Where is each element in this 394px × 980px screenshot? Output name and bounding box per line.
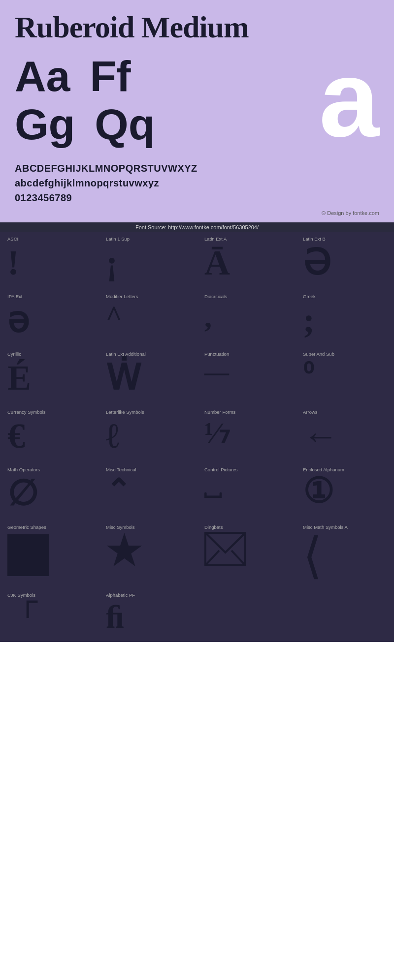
letter-pair-gg: Gg [15,103,95,146]
char-cell-controlpic: Control Pictures ⎵ [197,463,296,521]
top-section: Ruberoid Medium Aa Ff a Gg Qq ABCDEFGHIJ… [0,0,394,222]
char-label-misctech: Misc Technical [106,467,136,472]
char-cell-currency: Currency Symbols € [0,405,98,463]
char-symbol-arrows: ← [303,417,338,456]
char-label-superandsub: Super And Sub [303,351,334,357]
char-symbol-misctech: ⌃ [106,474,131,507]
char-label-geoshapes: Geometric Shapes [7,524,46,530]
letter-pair-qq: Qq [95,103,174,146]
char-cell-punctuation: Punctuation — [197,347,296,405]
char-symbol-geoshapes [7,534,49,576]
copyright: © Design by fontke.com [15,208,379,217]
char-symbol-superandsub: ⁰ [303,359,314,389]
char-cell-numberforms: Number Forms ¹⁄₇ [197,405,296,463]
char-label-diacriticals: Diacriticals [204,294,227,299]
char-cell-mathops: Math Operators ∅ [0,463,98,521]
char-cell-misctech: Misc Technical ⌃ [98,463,197,521]
uppercase-alphabet: ABCDEFGHIJKLMNOPQRSTUVWXYZ [15,161,379,176]
char-symbol-dingbats [204,532,246,572]
char-cell-latinextb: Latin Ext B Ə [296,232,394,290]
char-cell-superandsub: Super And Sub ⁰ [296,347,394,405]
char-cell-dingbats: Dingbats [197,521,296,588]
char-symbol-latinexta: Ā [204,244,230,282]
letter-pair-ff: Ff [90,55,151,98]
char-label-miscsymbols: Misc Symbols [106,524,135,530]
char-symbol-ipaext: ə [7,301,29,340]
char-cell-cjksymbols: CJK Symbols 「 [0,588,98,643]
char-label-numberforms: Number Forms [204,409,235,415]
char-symbol-currency: € [7,417,25,456]
char-cell-empty2 [296,588,394,643]
char-cell-latinexta: Latin Ext A Ā [197,232,296,290]
char-label-latinexta: Latin Ext A [204,236,227,242]
char-symbol-cjksymbols: 「 [7,600,39,635]
char-symbol-latinextb: Ə [303,244,331,282]
char-symbol-latinextadd: Ẇ [106,359,141,398]
char-label-latin1sup: Latin 1 Sup [106,236,130,242]
char-label-mathops: Math Operators [7,467,40,472]
char-cell-letterlike: Letterlike Symbols ℓ [98,405,197,463]
letter-pair-aa: Aa [15,55,90,98]
char-cell-enclosednum: Enclosed Alphanum ① [296,463,394,521]
sample-letters-row1: Aa Ff a [15,50,379,103]
char-cell-empty1 [197,588,296,643]
char-label-arrows: Arrows [303,409,318,415]
char-symbol-punctuation: — [204,359,229,386]
big-letter-a: a [319,45,379,153]
char-label-controlpic: Control Pictures [204,467,238,472]
char-symbol-letterlike: ℓ [106,417,119,456]
char-cell-cyrillic: Cyrillic É [0,347,98,405]
char-label-latinextb: Latin Ext B [303,236,326,242]
char-cell-ipaext: IPA Ext ə [0,290,98,347]
char-label-alphabeticpf: Alphabetic PF [106,592,135,598]
char-symbol-diacriticals: , [204,301,212,334]
char-symbol-numberforms: ¹⁄₇ [204,417,230,449]
char-symbol-modletters: ^ [106,301,122,332]
bottom-section: ASCII ! Latin 1 Sup ¡ Latin Ext A Ā Lati… [0,232,394,642]
char-label-modletters: Modifier Letters [106,294,138,299]
char-cell-miscmatha: Misc Math Symbols A ⟨ [296,521,394,588]
char-label-dingbats: Dingbats [204,524,223,530]
char-symbol-miscsymbols: ★ [106,532,141,571]
envelope-icon [204,532,246,566]
svg-line-2 [231,551,245,565]
char-symbol-controlpic: ⎵ [204,474,221,504]
char-label-cjksymbols: CJK Symbols [7,592,35,598]
char-cell-geoshapes: Geometric Shapes [0,521,98,588]
divider-bar: Font Source: http://www.fontke.com/font/… [0,222,394,232]
svg-line-1 [205,551,219,565]
char-symbol-enclosednum: ① [303,474,334,509]
char-symbol-miscmatha: ⟨ [303,532,322,581]
char-cell-miscsymbols: Misc Symbols ★ [98,521,197,588]
char-symbol-alphabeticpf: ﬁ [106,600,124,635]
char-symbol-mathops: ∅ [7,474,38,513]
digits: 0123456789 [15,190,379,205]
char-label-greek: Greek [303,294,316,299]
alphabet-section: ABCDEFGHIJKLMNOPQRSTUVWXYZ abcdefghijklm… [15,156,379,208]
char-cell-alphabeticpf: Alphabetic PF ﬁ [98,588,197,643]
char-cell-arrows: Arrows ← [296,405,394,463]
char-cell-ascii: ASCII ! [0,232,98,290]
char-symbol-cyrillic: É [7,359,31,398]
char-label-ipaext: IPA Ext [7,294,22,299]
char-grid: ASCII ! Latin 1 Sup ¡ Latin Ext A Ā Lati… [0,232,394,642]
char-symbol-greek: ; [303,301,315,340]
char-symbol-latin1sup: ¡ [106,244,118,282]
char-symbol-ascii: ! [7,244,19,282]
char-label-latinextadd: Latin Ext Additional [106,351,146,357]
char-cell-latinextadd: Latin Ext Additional Ẇ [98,347,197,405]
font-source: Font Source: http://www.fontke.com/font/… [135,224,259,230]
char-label-cyrillic: Cyrillic [7,351,21,357]
lowercase-alphabet: abcdefghijklmnopqrstuvwxyz [15,176,379,190]
char-cell-greek: Greek ; [296,290,394,347]
char-cell-latin1sup: Latin 1 Sup ¡ [98,232,197,290]
char-label-currency: Currency Symbols [7,409,46,415]
char-cell-modletters: Modifier Letters ^ [98,290,197,347]
char-label-ascii: ASCII [7,236,20,242]
char-label-punctuation: Punctuation [204,351,229,357]
char-cell-diacriticals: Diacriticals , [197,290,296,347]
char-label-enclosednum: Enclosed Alphanum [303,467,344,472]
char-label-letterlike: Letterlike Symbols [106,409,144,415]
